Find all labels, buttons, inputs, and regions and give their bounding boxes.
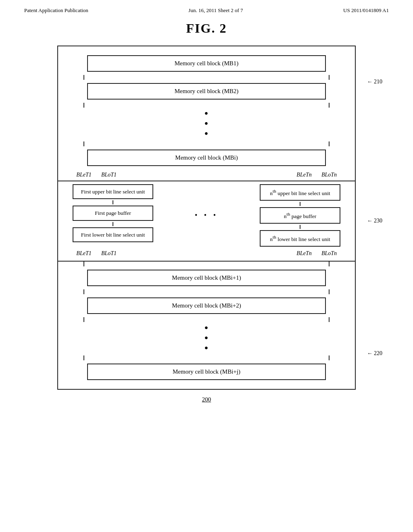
- mem-block-mbi: Memory cell block (MBi): [87, 150, 326, 166]
- nth-page-buffer: nth page buffer: [260, 207, 340, 224]
- pb-left-column: First upper bit line select unit First p…: [73, 183, 153, 248]
- bletn-upper: BLeTn: [293, 172, 315, 178]
- blotn-upper: BLoTn: [318, 172, 340, 178]
- connector-230-mbi1: [58, 262, 355, 266]
- main-diagram-box: Memory cell block (MB1) Memory cell bloc…: [57, 46, 356, 390]
- figure-number: 200: [57, 396, 356, 403]
- mem-block-mbi1: Memory cell block (MBi+1): [87, 270, 326, 286]
- dots-lower: •••: [58, 322, 355, 356]
- diagram-container: Memory cell block (MB1) Memory cell bloc…: [57, 46, 356, 403]
- connector-dots-mbi: [58, 141, 355, 146]
- connector-mbi1-mbi2: [58, 289, 355, 294]
- header-mid: Jun. 16, 2011 Sheet 2 of 7: [188, 7, 243, 14]
- header-left: Patent Application Publication: [24, 7, 88, 14]
- connector-buffer-lower-right: [300, 225, 300, 229]
- pb-right-column: nth upper bit line select unit nth page …: [260, 183, 340, 248]
- page-header: Patent Application Publication Jun. 16, …: [0, 0, 413, 14]
- bitline-row-upper: BLeT1 BLoT1 BLeTn BLoTn: [58, 169, 355, 181]
- blotn-lower-230: BLoTn: [318, 250, 340, 257]
- fig-title: FIG. 2: [0, 21, 413, 36]
- mem-block-mb2: Memory cell block (MB2): [87, 83, 326, 100]
- section-210: Memory cell block (MB1) Memory cell bloc…: [58, 46, 355, 181]
- label-210: ←210: [367, 79, 382, 85]
- upper-bit-select-unit-first: First upper bit line select unit: [73, 184, 153, 200]
- connector-dots-mbij: [58, 355, 355, 360]
- blet1-lower-230: BLeT1: [73, 250, 95, 257]
- blot1-upper: BLoT1: [98, 172, 120, 178]
- mem-block-mbij: Memory cell block (MBi+j): [87, 364, 326, 380]
- connector-mb1-mb2: [58, 75, 355, 80]
- bitline-row-lower-230: BLeT1 BLoT1 BLeTn BLoTn: [58, 248, 355, 259]
- label-220: ←220: [367, 350, 382, 357]
- bletn-lower-230: BLeTn: [293, 250, 315, 257]
- section-230: First upper bit line select unit First p…: [58, 181, 355, 262]
- mem-block-mbi2: Memory cell block (MBi+2): [87, 297, 326, 314]
- blet1-upper: BLeT1: [73, 172, 95, 178]
- blot1-lower-230: BLoT1: [98, 250, 120, 257]
- connector-buffer-lower-left: [113, 222, 113, 226]
- mem-block-mb1: Memory cell block (MB1): [87, 55, 326, 72]
- lower-bit-select-unit-nth: nth lower bit line select unit: [260, 230, 340, 247]
- lower-bit-select-unit-first: First lower bit line select unit: [73, 227, 153, 243]
- connector-upper-buffer-left: [113, 200, 113, 204]
- upper-bit-select-unit-nth: nth upper bit line select unit: [260, 184, 340, 201]
- pb-row: First upper bit line select unit First p…: [58, 183, 355, 248]
- label-230: ←230: [367, 218, 382, 224]
- dots-upper: •••: [58, 108, 355, 141]
- header-right: US 2011/0141809 A1: [343, 7, 389, 14]
- connector-upper-buffer-right: [300, 202, 300, 206]
- pb-dots: • • •: [153, 183, 260, 248]
- first-page-buffer: First page buffer: [73, 206, 153, 221]
- section-220: Memory cell block (MBi+1) Memory cell bl…: [58, 262, 355, 389]
